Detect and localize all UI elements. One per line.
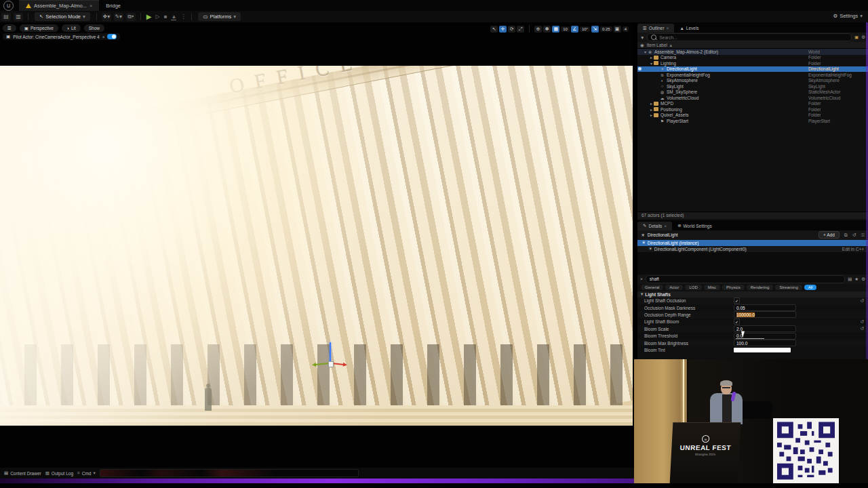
outliner-row[interactable]: ▸CameraFolder (637, 55, 868, 61)
cinematics-icon[interactable]: ⧉▾ (126, 13, 136, 21)
close-icon[interactable]: × (664, 224, 667, 228)
details-search-box[interactable] (646, 275, 845, 283)
filter-chip-rendering[interactable]: Rendering (747, 285, 774, 290)
property-checkbox[interactable]: ✓ (734, 319, 740, 325)
reset-to-default-icon[interactable]: ↺ (860, 319, 864, 325)
cmd-dropdown[interactable]: ⌗ Cmd ▾ (77, 470, 96, 476)
column-item-label[interactable]: Item Label (647, 43, 667, 47)
clear-search-icon[interactable]: × (640, 277, 643, 281)
filter-chip-lod[interactable]: LOD (685, 285, 701, 290)
browse-components-icon[interactable]: ⧉ (844, 232, 848, 238)
filter-icon[interactable]: ▼ (640, 35, 644, 40)
bridge-tab[interactable]: Bridge (99, 0, 127, 11)
rotation-snap-value[interactable]: 10° (580, 26, 590, 32)
outliner-row[interactable]: ▸Quixel_AssetsFolder (637, 113, 868, 119)
surface-snap-icon[interactable]: ✽ (543, 26, 551, 33)
save-icon[interactable]: ▤ (1, 13, 11, 21)
filter-chip-misc[interactable]: Misc (704, 285, 720, 290)
rotation-snap-icon[interactable]: ∠ (571, 26, 578, 33)
gizmo-center-handle[interactable] (328, 361, 334, 367)
console-input[interactable] (103, 470, 355, 476)
play-button[interactable]: ▶ (146, 13, 152, 20)
frame-skip-button[interactable]: ▷ (155, 14, 159, 20)
rotate-tool-icon[interactable]: ⟳ (508, 26, 515, 33)
details-search-input[interactable] (650, 277, 841, 281)
filter-chip-all[interactable]: All (804, 285, 817, 290)
display-options-icon[interactable]: ▤ (848, 277, 852, 282)
perspective-dropdown[interactable]: ▣ Perspective (20, 24, 58, 32)
output-log-button[interactable]: ▥ Output Log (45, 470, 73, 476)
expander-arrow-icon[interactable]: ▸ (649, 113, 654, 117)
property-checkbox[interactable]: ✓ (734, 298, 740, 304)
move-tool-icon[interactable]: ✛ (499, 26, 507, 33)
expander-arrow-icon[interactable]: ▸ (649, 101, 654, 106)
tab-details[interactable]: ✎ Details × (637, 222, 672, 230)
level-viewport[interactable]: ☰ ▣ Perspective ◑ Lit Show ↖ ✛ ⟳ ⤢ ⊕ ✽ ▦… (0, 22, 633, 468)
viewport-options-icon[interactable]: ☰ (3, 24, 16, 32)
outliner-row[interactable]: ☼SkyLightSkyLight (637, 83, 868, 89)
edit-in-cpp-link[interactable]: Edit in C++ (842, 247, 864, 251)
camera-speed-value[interactable]: 4 (623, 26, 629, 32)
lock-icon[interactable]: ⚿ (861, 232, 865, 238)
color-swatch[interactable] (734, 348, 791, 352)
light-shafts-section-header[interactable]: ▾ Light Shafts (637, 291, 868, 298)
unreal-logo-icon[interactable]: U (3, 1, 14, 11)
expander-arrow-icon[interactable]: ▸ (649, 55, 654, 60)
filter-chip-physics[interactable]: Physics (722, 285, 745, 290)
outliner-row[interactable]: ◍SM_SkySphereStaticMeshActor (637, 89, 868, 96)
outliner-row[interactable]: ≋ExponentialHeightFogExponentialHeightFo… (637, 72, 868, 78)
stop-button[interactable]: ■ (164, 14, 167, 20)
world-space-icon[interactable]: ⊕ (534, 26, 542, 33)
platforms-dropdown[interactable]: ▭ Platforms ▾ (198, 12, 241, 21)
content-browser-icon[interactable]: ▥ (14, 13, 23, 21)
select-tool-icon[interactable]: ↖ (490, 26, 498, 33)
grid-snap-value[interactable]: 10 (561, 26, 570, 32)
cinematic-preview-toggle[interactable] (107, 34, 117, 39)
history-icon[interactable]: ↺ (852, 232, 856, 238)
show-dropdown[interactable]: Show (84, 24, 104, 32)
tab-world-settings[interactable]: ⊕ World Settings (672, 222, 717, 230)
component-row-lightcomponent[interactable]: ☀ DirectionalLightComponent (LightCompon… (637, 246, 868, 252)
details-settings-icon[interactable]: ⚙ (861, 277, 865, 282)
outliner-row[interactable]: ▸MCPDFolder (637, 101, 868, 107)
outliner-search-input[interactable] (659, 35, 848, 40)
expander-arrow-icon[interactable]: ▸ (649, 107, 654, 112)
grid-snap-icon[interactable]: ▦ (552, 26, 559, 33)
level-tab[interactable]: Assemble_Map-Atmo... × (19, 0, 99, 12)
expander-arrow-icon[interactable]: ▾ (643, 49, 648, 54)
scale-tool-icon[interactable]: ⤢ (517, 26, 524, 33)
stop-piloting-icon[interactable]: × (102, 35, 105, 39)
property-value-input[interactable]: 100.0 (734, 340, 796, 346)
content-drawer-button[interactable]: ▤ Content Drawer (4, 470, 41, 476)
add-content-icon[interactable]: ❖▾ (102, 13, 111, 21)
console-command-box[interactable] (100, 469, 359, 477)
outliner-row[interactable]: ◐SkyAtmosphereSkyAtmosphere (637, 78, 868, 84)
close-icon[interactable]: × (90, 3, 92, 9)
outliner-row[interactable]: ☁VolumetricCloudVolumetricCloud (637, 95, 868, 101)
scale-snap-value[interactable]: 0.25 (600, 26, 612, 32)
component-row-instance[interactable]: ☀ DirectionalLight (Instance) (637, 240, 868, 246)
tab-levels[interactable]: ▲ Levels (674, 24, 704, 33)
lit-dropdown[interactable]: ◑ Lit (62, 24, 81, 32)
blueprints-icon[interactable]: ✎▾ (114, 13, 123, 21)
reset-to-default-icon[interactable]: ↺ (860, 326, 864, 331)
expander-arrow-icon[interactable]: ▾ (649, 61, 654, 66)
outliner-column-header[interactable]: ◉ Item Label ▲ Type (637, 42, 868, 49)
visibility-eye-icon[interactable] (638, 67, 642, 70)
scale-snap-icon[interactable]: ⇲ (591, 26, 599, 33)
rendered-scene[interactable]: OFFICE · BUILDING (0, 66, 633, 426)
outliner-row[interactable]: ▸PositioningFolder (637, 106, 868, 113)
favorites-icon[interactable]: ★ (854, 277, 859, 282)
close-icon[interactable]: × (667, 26, 669, 30)
filter-chip-streaming[interactable]: Streaming (775, 285, 802, 290)
add-component-button[interactable]: + Add (818, 231, 840, 239)
outliner-row[interactable]: ▾⊕Assemble_Map-Atmos-2 (Editor)World (637, 49, 868, 55)
outliner-row[interactable]: ☀DirectionalLightDirectionalLight (637, 66, 868, 73)
tab-outliner[interactable]: ☰ Outliner × (637, 24, 674, 33)
outliner-settings-icon[interactable]: ⚙ (861, 35, 865, 40)
play-options-icon[interactable]: ⋮ (180, 14, 186, 20)
eject-button[interactable]: ▲ (171, 14, 176, 20)
outliner-row[interactable]: ⚑PlayerStartPlayerStart (637, 118, 868, 124)
filter-chip-actor[interactable]: Actor (665, 285, 683, 290)
property-value-input[interactable]: 0.05 (734, 304, 796, 311)
